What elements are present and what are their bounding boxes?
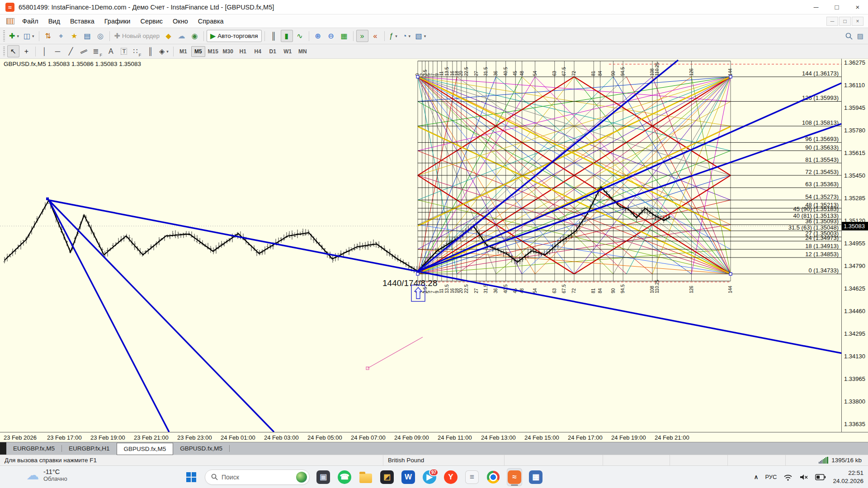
chart-shift-button[interactable]: « [369,30,382,42]
gann-handle[interactable] [729,272,732,275]
favorites-button[interactable]: ★ [68,30,80,42]
chart-canvas[interactable]: 00223.53.5557799111113.513.5161618182020… [0,59,841,432]
timeframe-d1-button[interactable]: D1 [266,46,280,57]
timeframe-m1-button[interactable]: M1 [176,46,190,57]
taskbar-clock[interactable]: 22:51 24.02.2026 [833,469,863,485]
metaeditor-button[interactable]: ◆ [162,30,175,42]
timeframe-w1-button[interactable]: W1 [281,46,295,57]
telegram-icon[interactable]: ▶97 [422,468,437,486]
indicators-dropdown-icon[interactable]: ▾ [395,34,397,38]
mdi-close-button[interactable]: × [852,17,863,26]
search-input[interactable]: Поиск [205,469,310,485]
notepad-icon[interactable]: ≡ [464,468,480,486]
chart-tab-0[interactable]: EURGBP.fx,M5 [6,443,61,454]
zigzag-line[interactable] [5,187,670,271]
auto-scroll-button[interactable]: » [356,30,368,42]
chart-tab-2[interactable]: GBPUSD.fx,M5 [117,443,174,455]
vertical-line-button[interactable]: │ [38,45,51,57]
zoom-in-button[interactable]: ⊕ [312,30,324,42]
instatrader-icon[interactable]: ≈ [507,468,522,486]
zoom-out-button[interactable]: ⊖ [325,30,337,42]
profiles-dropdown-icon[interactable]: ▾ [32,34,34,38]
periods-button[interactable]: ◔▾ [401,30,413,42]
battery-icon[interactable] [815,474,826,480]
time-axis[interactable]: 23 Feb 202623 Feb 17:0023 Feb 19:0023 Fe… [0,432,868,442]
menu-item-help[interactable]: Справка [193,16,229,27]
gallery-icon[interactable]: ◩ [379,468,395,486]
hidden-icons-chevron[interactable]: ∧ [754,474,759,480]
periods-dropdown-icon[interactable]: ▾ [409,34,411,38]
arrows-button[interactable]: ◈▾ [157,45,170,57]
menu-item-view[interactable]: Вид [43,16,65,27]
horizontal-line-button[interactable]: ─ [52,45,64,57]
whatsapp-icon[interactable]: ☎ [337,468,352,486]
market-watch-button[interactable]: ⇅ [42,30,54,42]
menu-item-window[interactable]: Окно [168,16,193,27]
timeframe-m15-button[interactable]: M15 [206,46,220,57]
timeframe-h1-button[interactable]: H1 [236,46,250,57]
timeframe-m5-button[interactable]: M5 [191,46,205,57]
chat-button[interactable]: ☁ [175,30,188,42]
text-button[interactable]: A [105,45,117,57]
arrows-dropdown-icon[interactable]: ▾ [166,49,169,54]
volume-muted-icon[interactable] [799,474,808,481]
line-chart-button[interactable]: ∿ [294,30,306,42]
search-daily-image[interactable] [296,472,307,483]
new-chart-dropdown-icon[interactable]: ▾ [17,34,19,38]
cursor-button[interactable]: ↖ [7,45,19,57]
price-axis[interactable]: 1.362751.361101.359451.357801.356151.354… [841,59,868,432]
cycle-lines-button[interactable]: ║ [144,45,156,57]
taskbar-weather-widget[interactable]: ☁ -11°C Облачно [26,468,67,482]
mdi-minimize-button[interactable]: ─ [826,17,838,26]
profiles-button[interactable]: ◫▾ [22,30,36,42]
chrome-icon[interactable] [486,468,501,486]
terminal-button[interactable]: ▤ [81,30,94,42]
calculator-icon[interactable]: ▦ [528,468,543,486]
autotrade-button[interactable]: ▶Авто-торговля [207,30,261,42]
bar-chart-button[interactable]: ║ [268,30,280,42]
menu-item-file[interactable]: Файл [17,16,43,27]
photos-icon[interactable]: ▣ [316,468,331,486]
minimize-button[interactable]: ─ [806,0,826,14]
navigator-button[interactable]: ⌖ [55,30,67,42]
indicators-button[interactable]: ƒ▾ [387,30,400,42]
wifi-icon[interactable] [783,474,793,481]
crosshair-button[interactable]: + [20,45,33,57]
start-button[interactable] [184,469,199,485]
word-icon[interactable]: W [401,468,416,486]
yandex-icon[interactable]: Y [443,468,458,486]
explorer-icon[interactable] [358,468,373,486]
mdi-restore-button[interactable]: □ [839,17,851,26]
new-chart-button[interactable]: ✚▾ [7,30,21,42]
tile-windows-button[interactable]: ▦ [338,30,350,42]
templates-button[interactable]: ▧▾ [414,30,428,42]
close-button[interactable]: × [847,0,868,14]
trendline-handle[interactable] [46,197,49,200]
language-indicator[interactable]: РУС [765,474,777,480]
strategy-tester-button[interactable]: ◎ [94,30,107,42]
timeframe-mn-button[interactable]: MN [296,46,310,57]
gann-square[interactable]: 00223.53.5557799111113.513.5161618182020… [415,61,733,293]
templates-dropdown-icon[interactable]: ▾ [424,34,426,38]
trendline-button[interactable]: ╱ [65,45,77,57]
gann-handle[interactable] [729,75,732,78]
gann-annotation-text[interactable]: 1440/174/8.28 [382,278,438,288]
timeframe-m30-button[interactable]: M30 [221,46,235,57]
palette-icon[interactable]: ▨ [857,32,863,40]
fibo-timezones-button[interactable]: ∷F [131,45,143,57]
menu-item-service[interactable]: Сервис [135,16,168,27]
fibonacci-button[interactable]: ≣F [91,45,104,57]
symbol-search-icon[interactable] [845,33,853,40]
timeframe-h4-button[interactable]: H4 [251,46,265,57]
chart-tab-3[interactable]: GBPUSD.fx,M5 [173,443,229,454]
equidistant-channel-button[interactable]: ∥ [78,45,90,57]
maximize-button[interactable]: □ [826,0,847,14]
menu-item-charts[interactable]: Графики [99,16,136,27]
market-button[interactable]: ◉ [189,30,201,42]
chart-mini-icon[interactable] [6,18,14,24]
chart-tab-1[interactable]: EURGBP.fx,H1 [62,443,117,454]
menu-item-insert[interactable]: Вставка [65,16,99,27]
candlestick-chart-button[interactable]: ▮ [281,30,293,42]
gann-handle[interactable] [416,75,419,78]
gann-handle[interactable] [416,272,419,275]
